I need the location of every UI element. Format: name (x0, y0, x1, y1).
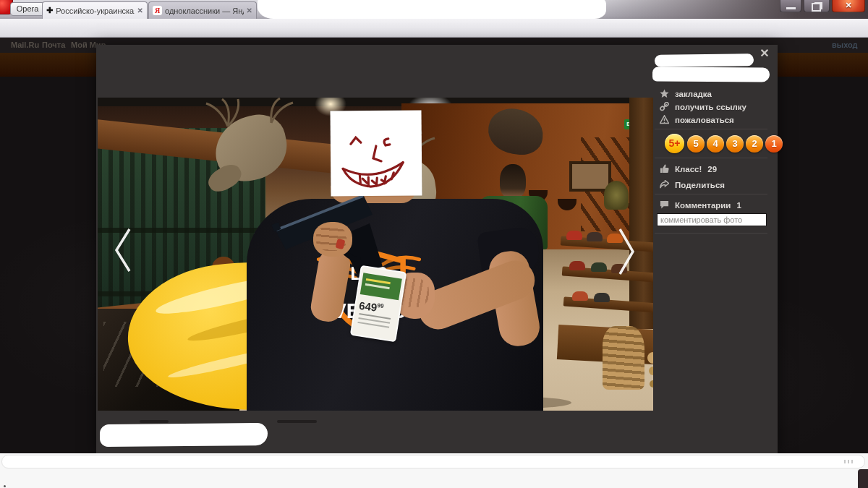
like-button[interactable]: Класс! 29 (660, 163, 717, 174)
tab2-title: одноклассники — Яндекс (165, 7, 244, 15)
decor-plant (604, 181, 629, 210)
photo-image: EXIT (98, 98, 653, 411)
action-get-link[interactable]: получить ссылку (660, 101, 746, 112)
window-maximize-button[interactable] (804, 0, 830, 12)
redaction-blob-caption (100, 423, 268, 447)
star-icon (660, 89, 669, 98)
comments-header[interactable]: Комментарии 1 (660, 200, 741, 210)
share-arrow-icon (660, 180, 669, 189)
next-photo-arrow[interactable] (617, 228, 637, 275)
tab1-favicon: ✚ (46, 6, 53, 15)
photo-viewer-modal: ✕ закладка получить ссылку пожаловаться … (96, 45, 778, 454)
nav-link-mailru[interactable]: Mail.Ru (11, 40, 39, 49)
redacted-bottom-bar (1, 455, 865, 468)
rating-button-5plus[interactable]: 5+ (665, 134, 684, 153)
redaction-blob-username-2 (652, 67, 770, 82)
modal-close-icon[interactable]: ✕ (757, 46, 772, 61)
action-bookmark-label: закладка (675, 90, 712, 98)
background-man-head (500, 164, 526, 199)
cap-dark (587, 232, 603, 241)
comments-count: 1 (736, 201, 741, 210)
cap-dark (594, 293, 610, 302)
previous-photo-arrow[interactable] (112, 228, 132, 273)
cap-red (566, 231, 582, 240)
opera-menu-button[interactable]: Opera (10, 2, 45, 16)
warning-icon (660, 115, 669, 124)
action-get-link-label: получить ссылку (675, 103, 746, 111)
browser-toolbar: www.ok.ru (0, 19, 868, 38)
browser-tab-1[interactable]: ✚ Российско-украинская во ✕ (42, 1, 148, 19)
caption-text-remnant (277, 420, 317, 423)
tab2-favicon: Я (153, 6, 162, 15)
rating-button-1[interactable]: 1 (765, 135, 783, 153)
rating-button-2[interactable]: 2 (746, 135, 763, 153)
window-minimize-button[interactable] (780, 0, 801, 12)
redaction-blob-username-1 (655, 53, 754, 67)
comment-bubble-icon (660, 200, 669, 210)
price-tag-header (360, 273, 402, 300)
cap-green (591, 262, 607, 272)
drawn-face (330, 110, 422, 196)
antlers (184, 98, 474, 184)
cap-red (569, 261, 585, 270)
sidebar-divider (655, 233, 767, 234)
rating-button-5[interactable]: 5 (687, 135, 705, 153)
sidebar-divider (655, 129, 767, 129)
share-button[interactable]: Поделиться (660, 179, 725, 190)
log-rocking-chair (603, 326, 644, 390)
like-label: Класс! (675, 165, 702, 174)
screen: Opera ✚ Российско-украинская во ✕ Я одно… (0, 0, 868, 488)
action-report-label: пожаловаться (675, 116, 734, 124)
bottom-dot (4, 485, 6, 487)
action-bookmark[interactable]: закладка (660, 88, 712, 99)
thumbs-up-icon (660, 164, 669, 174)
link-icon (660, 102, 669, 111)
face-redaction-box (330, 110, 422, 196)
sidebar-divider (655, 194, 767, 194)
caption-text-remnant (140, 420, 169, 423)
rating-button-3[interactable]: 3 (726, 135, 744, 153)
browser-tab-bar: Opera ✚ Российско-украинская во ✕ Я одно… (0, 0, 868, 19)
cap-red (572, 291, 588, 301)
comment-input[interactable] (657, 213, 767, 226)
window-close-button[interactable] (832, 0, 865, 12)
sidebar-divider (655, 158, 767, 158)
man-fist-on-grip (313, 222, 352, 257)
nav-link-logout[interactable]: выход (832, 40, 858, 49)
picture-frame (569, 161, 611, 192)
like-count: 29 (707, 165, 717, 174)
action-report[interactable]: пожаловаться (660, 114, 734, 125)
bottom-white-strip (0, 453, 868, 488)
tab1-title: Российско-украинская во (56, 7, 134, 15)
nav-link-mail[interactable]: Почта (42, 40, 65, 49)
tab1-close-icon[interactable]: ✕ (137, 7, 143, 14)
rating-button-4[interactable]: 4 (707, 135, 724, 153)
decor-tree-trunk (629, 98, 653, 329)
tab2-close-icon[interactable]: ✕ (247, 7, 252, 14)
share-label: Поделиться (675, 181, 725, 189)
bottom-corner-shape (858, 469, 868, 488)
browser-tab-2[interactable]: Я одноклассники — Яндекс ✕ (148, 1, 257, 19)
comments-label: Комментарии (675, 201, 731, 210)
